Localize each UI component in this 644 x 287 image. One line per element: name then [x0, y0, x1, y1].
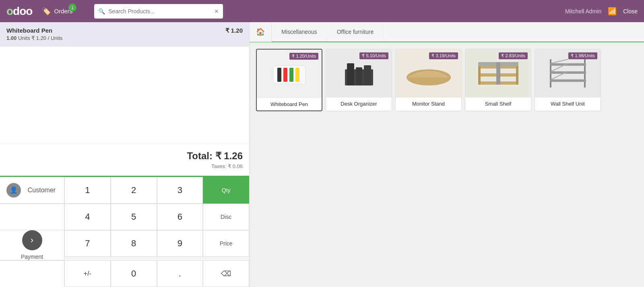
num-4[interactable]: 4: [64, 204, 111, 230]
odoo-logo: odoo: [6, 5, 32, 18]
search-icon: 🔍: [98, 8, 105, 15]
disc-button[interactable]: Disc: [203, 204, 249, 230]
header-right: Mitchell Admin 📶 Close: [565, 7, 638, 16]
price-button[interactable]: Price: [203, 230, 249, 257]
product-card-desk-organizer[interactable]: ₹ 5.10/Units Desk Organizer: [326, 49, 392, 111]
item-detail: 1.00 Units ₹ 1.20 / Units: [6, 35, 63, 41]
svg-rect-6: [347, 63, 354, 85]
customer-button[interactable]: 👤 Customer: [0, 177, 64, 204]
search-clear-icon[interactable]: ✕: [214, 8, 219, 15]
order-items: Whiteboard Pen 1.00 Units ₹ 1.20 / Units…: [0, 22, 249, 144]
numpad-spacer: [0, 260, 64, 287]
product-card-wall-shelf-unit[interactable]: ₹ 1.98/Units: [535, 49, 601, 111]
payment-label: Payment: [21, 254, 43, 260]
product-name-monitor-stand: Monitor Stand: [396, 98, 461, 110]
products-grid: ₹ 1.20/Units Whiteboard Pen ₹ 5.10/Units: [250, 42, 644, 118]
num-6[interactable]: 6: [157, 204, 203, 230]
product-card-whiteboard-pen[interactable]: ₹ 1.20/Units Whiteboard Pen: [256, 49, 322, 111]
svg-rect-8: [364, 65, 371, 85]
product-name-wall-shelf-unit: Wall Shelf Unit: [535, 98, 601, 110]
customer-label: Customer: [26, 187, 58, 194]
product-card-small-shelf[interactable]: ₹ 2.83/Units Small She: [465, 49, 531, 111]
search-input[interactable]: [108, 8, 211, 15]
category-bar: 🏠 Miscellaneous Office furniture: [250, 22, 644, 42]
num-9[interactable]: 9: [157, 230, 203, 257]
svg-rect-16: [496, 62, 500, 85]
svg-rect-13: [478, 65, 481, 85]
svg-rect-3: [289, 68, 293, 82]
main-layout: Whiteboard Pen 1.00 Units ₹ 1.20 / Units…: [0, 22, 644, 287]
home-button[interactable]: 🏠: [250, 22, 272, 42]
header: odoo 🏷️ 1 Orders 🔍 ✕ Mitchell Admin 📶 Cl…: [0, 0, 644, 22]
close-button[interactable]: Close: [623, 8, 638, 15]
customer-avatar-icon: 👤: [6, 183, 21, 198]
num-2[interactable]: 2: [111, 177, 157, 204]
product-name-whiteboard-pen: Whiteboard Pen: [257, 98, 322, 110]
qty-button[interactable]: Qty: [203, 177, 249, 204]
numpad-customer-row: 👤 Customer 1 2 3 Qty: [0, 177, 249, 204]
num-dot[interactable]: .: [157, 260, 203, 287]
svg-line-22: [551, 59, 568, 63]
order-totals: Total: ₹ 1.26 Taxes: ₹ 0.06: [0, 144, 249, 176]
payment-area[interactable]: [0, 204, 64, 230]
svg-rect-4: [295, 68, 299, 82]
product-card-monitor-stand[interactable]: ₹ 3.19/Units Monitor Stand: [395, 49, 462, 111]
numpad-row-4: +/- 0 . ⌫: [0, 260, 249, 287]
payment-circle-icon[interactable]: ›: [22, 230, 42, 250]
item-name: Whiteboard Pen: [6, 27, 63, 34]
num-1[interactable]: 1: [64, 177, 111, 204]
search-bar: 🔍 ✕: [94, 4, 223, 19]
item-qty: 1.00: [6, 35, 17, 41]
right-panel: 🏠 Miscellaneous Office furniture ₹ 1.20/…: [250, 22, 644, 287]
category-miscellaneous[interactable]: Miscellaneous: [272, 22, 327, 42]
item-price: ₹ 1.20: [225, 27, 243, 34]
numpad-row-3: › Payment 7 8 9 Price: [0, 230, 249, 260]
admin-name: Mitchell Admin: [565, 8, 601, 15]
wifi-icon: 📶: [608, 7, 617, 16]
svg-rect-7: [356, 67, 362, 85]
order-item[interactable]: Whiteboard Pen 1.00 Units ₹ 1.20 / Units…: [0, 22, 249, 46]
backspace-button[interactable]: ⌫: [203, 260, 249, 287]
category-office-furniture[interactable]: Office furniture: [327, 22, 384, 42]
product-price-small-shelf: ₹ 2.83/Units: [499, 52, 528, 59]
num-7[interactable]: 7: [64, 230, 111, 257]
orders-badge: 1: [68, 4, 76, 12]
payment-circle-area[interactable]: › Payment: [0, 230, 64, 260]
num-5[interactable]: 5: [111, 204, 157, 230]
total-line: Total: ₹ 1.26: [6, 150, 243, 162]
product-price-desk-organizer: ₹ 5.10/Units: [359, 52, 388, 59]
taxes-line: Taxes: ₹ 0.06: [6, 163, 243, 169]
num-0[interactable]: 0: [111, 260, 157, 287]
num-plusminus[interactable]: +/-: [64, 260, 111, 287]
orders-button[interactable]: 🏷️ 1 Orders: [42, 7, 72, 16]
product-name-desk-organizer: Desk Organizer: [326, 98, 392, 110]
numpad-row-1: 1 2 3 Qty: [64, 177, 249, 204]
svg-rect-2: [283, 68, 287, 82]
num-3[interactable]: 3: [157, 177, 203, 204]
item-unit-price: ₹ 1.20: [31, 35, 46, 41]
item-unit: Units: [18, 35, 30, 41]
product-price-wall-shelf-unit: ₹ 1.98/Units: [568, 52, 597, 59]
svg-rect-21: [550, 79, 586, 82]
numpad-row-2: 4 5 6 Disc: [0, 204, 249, 230]
numpad-area: 👤 Customer 1 2 3 Qty 4 5 6: [0, 177, 249, 287]
product-name-small-shelf: Small Shelf: [465, 98, 531, 110]
left-panel: Whiteboard Pen 1.00 Units ₹ 1.20 / Units…: [0, 22, 250, 287]
product-price-monitor-stand: ₹ 3.19/Units: [429, 52, 458, 59]
product-price-whiteboard-pen: ₹ 1.20/Units: [289, 53, 318, 60]
svg-rect-1: [277, 68, 281, 82]
num-8[interactable]: 8: [111, 230, 157, 257]
svg-rect-14: [516, 65, 518, 85]
